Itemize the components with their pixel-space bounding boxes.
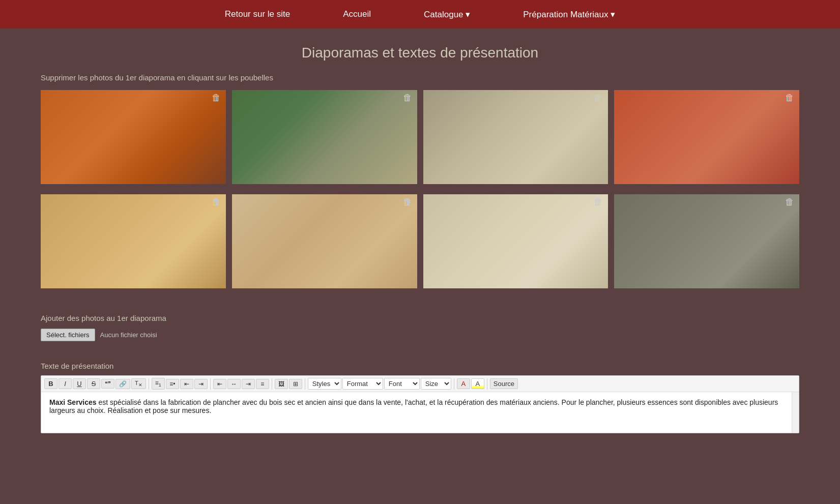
nav-preparation-arrow: ▾: [611, 10, 615, 19]
delete-photo-7[interactable]: 🗑: [594, 197, 603, 206]
photo-grid-row1: 🗑 🗑 🗑 🗑: [41, 90, 799, 184]
slideshow-section: Supprimer les photos du 1er diaporama en…: [0, 73, 840, 314]
toolbar-bold[interactable]: B: [44, 378, 57, 389]
toolbar-sep5: [454, 378, 454, 390]
delete-photo-2[interactable]: 🗑: [403, 93, 412, 102]
navigation: Retour sur le site Accueil Catalogue ▾ P…: [0, 0, 840, 28]
toolbar-sep3: [272, 378, 272, 390]
photo-image-5: [41, 194, 226, 288]
toolbar-bg-color[interactable]: A: [471, 378, 484, 389]
photo-image-4: [614, 90, 799, 184]
file-upload-row: Sélect. fichiers Aucun fichier choisi: [41, 329, 799, 341]
delete-photo-4[interactable]: 🗑: [785, 93, 794, 102]
editor-body-wrapper: Maxi Services est spécialisé dans la fab…: [41, 392, 799, 433]
presentation-section: Texte de présentation B I U S ❝❞ 🔗 T✕ ≡1…: [0, 362, 840, 443]
toolbar-list-ul[interactable]: ≡•: [166, 379, 179, 389]
toolbar-align-justify[interactable]: ≡: [256, 379, 269, 389]
editor-body-text: est spécialisé dans la fabrication de pl…: [49, 398, 778, 414]
editor-container: B I U S ❝❞ 🔗 T✕ ≡1 ≡• ⇤ ⇥ ⇤ ↔ ⇥ ≡ 🖼 ⊞ St…: [41, 375, 799, 433]
delete-photo-1[interactable]: 🗑: [212, 93, 221, 102]
page-title: Diaporamas et textes de présentation: [0, 28, 840, 73]
nav-retour[interactable]: Retour sur le site: [219, 5, 297, 23]
photo-image-8: [614, 194, 799, 288]
photo-image-1: [41, 90, 226, 184]
editor-toolbar: B I U S ❝❞ 🔗 T✕ ≡1 ≡• ⇤ ⇥ ⇤ ↔ ⇥ ≡ 🖼 ⊞ St…: [41, 376, 799, 392]
photo-image-7: [423, 194, 609, 288]
toolbar-strikethrough[interactable]: S: [87, 378, 100, 389]
toolbar-sep4: [305, 378, 305, 390]
photo-item-3: 🗑: [423, 90, 609, 184]
slideshow-delete-label: Supprimer les photos du 1er diaporama en…: [41, 73, 799, 82]
toolbar-align-right[interactable]: ⇥: [242, 379, 255, 389]
toolbar-styles-select[interactable]: Styles: [308, 378, 341, 390]
editor-body[interactable]: Maxi Services est spécialisé dans la fab…: [41, 392, 799, 433]
photo-item-7: 🗑: [423, 194, 609, 288]
toolbar-font-select[interactable]: Font: [384, 378, 420, 390]
photo-item-5: 🗑: [41, 194, 226, 288]
nav-preparation-label: Préparation Matériaux: [523, 10, 608, 19]
toolbar-sep2: [210, 378, 211, 390]
photo-image-6: [232, 194, 417, 288]
photo-item-1: 🗑: [41, 90, 226, 184]
toolbar-sep1: [149, 378, 149, 390]
toolbar-font-color[interactable]: A: [457, 378, 470, 389]
delete-photo-5[interactable]: 🗑: [212, 197, 221, 206]
toolbar-format-select[interactable]: Format: [342, 378, 383, 390]
add-photos-label: Ajouter des photos au 1er diaporama: [41, 314, 799, 322]
editor-bold-text: Maxi Services: [49, 398, 97, 406]
photo-grid-row2: 🗑 🗑 🗑 🗑: [41, 194, 799, 288]
toolbar-insert-table[interactable]: ⊞: [289, 379, 302, 389]
photo-item-6: 🗑: [232, 194, 417, 288]
toolbar-align-center[interactable]: ↔: [227, 379, 241, 389]
nav-preparation[interactable]: Préparation Matériaux ▾: [517, 5, 621, 24]
photo-item-8: 🗑: [614, 194, 799, 288]
nav-catalogue[interactable]: Catalogue ▾: [418, 5, 476, 24]
photo-image-2: [232, 90, 417, 184]
delete-photo-3[interactable]: 🗑: [594, 93, 603, 102]
toolbar-source[interactable]: Source: [490, 378, 518, 389]
editor-scrollbar[interactable]: [792, 392, 799, 433]
toolbar-list-ol[interactable]: ≡1: [152, 378, 165, 389]
toolbar-underline[interactable]: U: [73, 378, 86, 389]
toolbar-indent-dec[interactable]: ⇤: [180, 379, 193, 389]
presentation-label: Texte de présentation: [41, 362, 799, 370]
photo-item-4: 🗑: [614, 90, 799, 184]
toolbar-italic[interactable]: I: [59, 378, 72, 389]
photo-image-3: [423, 90, 609, 184]
nav-catalogue-label: Catalogue: [424, 10, 464, 19]
delete-photo-6[interactable]: 🗑: [403, 197, 412, 206]
toolbar-link[interactable]: 🔗: [115, 379, 130, 389]
nav-catalogue-arrow: ▾: [466, 10, 470, 19]
file-none-label: Aucun fichier choisi: [100, 331, 157, 339]
toolbar-align-left[interactable]: ⇤: [213, 379, 226, 389]
toolbar-clear-format[interactable]: T✕: [131, 378, 146, 389]
add-photos-section: Ajouter des photos au 1er diaporama Séle…: [0, 314, 840, 362]
toolbar-indent-inc[interactable]: ⇥: [194, 379, 208, 389]
toolbar-size-select[interactable]: Size: [421, 378, 451, 390]
delete-photo-8[interactable]: 🗑: [785, 197, 794, 206]
toolbar-insert-image[interactable]: 🖼: [275, 379, 288, 389]
photo-item-2: 🗑: [232, 90, 417, 184]
nav-accueil[interactable]: Accueil: [337, 5, 377, 23]
select-files-button[interactable]: Sélect. fichiers: [41, 329, 95, 341]
editor-content-paragraph: Maxi Services est spécialisé dans la fab…: [49, 398, 791, 414]
toolbar-quote[interactable]: ❝❞: [101, 379, 114, 389]
toolbar-sep6: [487, 378, 487, 390]
